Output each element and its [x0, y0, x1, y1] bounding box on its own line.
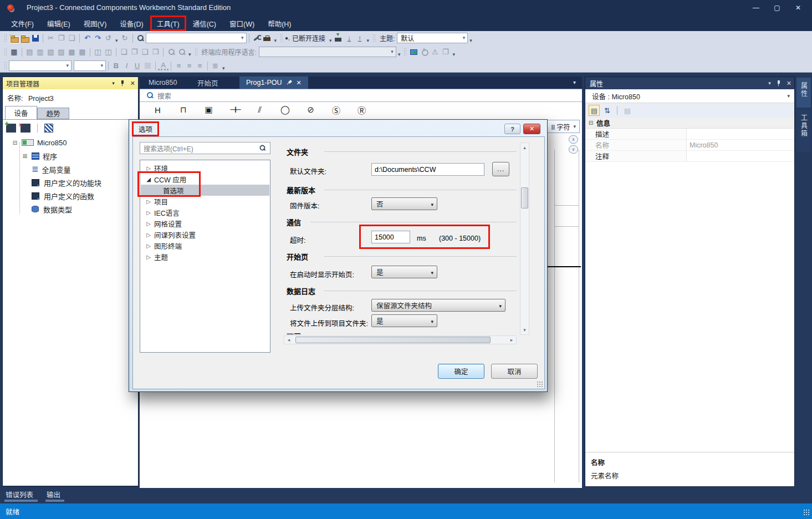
pin-icon[interactable] — [120, 80, 125, 86]
text-align-right-icon[interactable]: ≡ — [195, 60, 205, 71]
toolbar-overflow-icon[interactable]: ▾ — [452, 52, 455, 59]
toolbar-grip[interactable] — [4, 48, 7, 57]
close-button[interactable]: ✕ — [790, 2, 806, 13]
new-project-icon[interactable]: ✦ — [9, 33, 19, 43]
zoom-dropdown-icon[interactable]: ▾ — [573, 124, 576, 129]
undo-icon[interactable]: ↶ — [82, 33, 93, 43]
pin-icon[interactable] — [776, 80, 782, 86]
show-start-page-select[interactable]: 是▾ — [371, 266, 437, 278]
highlight-icon[interactable] — [142, 60, 153, 71]
tab-prog1-pou[interactable]: Prog1-POU ✕ — [239, 77, 308, 89]
dialog-horizontal-scrollbar[interactable]: ◂ ▸ — [284, 335, 517, 344]
terminal-language-select[interactable]: ▾ — [259, 47, 396, 57]
toolbar-overflow-icon[interactable]: ▾ — [222, 65, 225, 73]
tab-start-page[interactable]: 开始页 — [191, 77, 225, 89]
toolbar-grip[interactable] — [280, 34, 283, 43]
align-left-icon[interactable]: ▤ — [24, 47, 35, 57]
send-to-back-icon[interactable]: ❐ — [129, 47, 140, 57]
upload-to-project-select[interactable]: 是▾ — [371, 314, 437, 327]
browse-icon[interactable] — [135, 33, 146, 43]
maximize-button[interactable]: ▢ — [769, 2, 785, 13]
options-tree-ccw-application[interactable]: ◢CCW 应用 — [141, 174, 269, 185]
zoom-in-icon[interactable] — [166, 47, 176, 57]
resize-grip[interactable] — [803, 509, 810, 516]
download-icon[interactable]: ↓ — [344, 33, 354, 43]
toolbar-overflow-icon[interactable]: ▾ — [366, 38, 369, 45]
tab-error-list[interactable]: 错误列表 — [6, 489, 33, 500]
fault-warning-icon[interactable]: ⚠ — [430, 47, 440, 57]
upload-icon[interactable]: ↑ — [354, 33, 365, 43]
negated-coil-icon[interactable]: ⊘ — [306, 105, 315, 115]
project-organizer-header[interactable]: 项目管理器 ▾ ✕ — [3, 77, 138, 89]
property-row-comment[interactable]: 注释 — [585, 151, 794, 162]
power-icon[interactable] — [419, 47, 430, 57]
ok-button[interactable]: 确定 — [438, 364, 484, 379]
scrollbar-thumb[interactable] — [521, 187, 528, 208]
collapse-icon[interactable]: ⊟ — [588, 120, 594, 126]
options-tree-environment[interactable]: ▷环境 — [141, 162, 269, 174]
minimize-button[interactable]: — — [748, 2, 764, 13]
property-group-info[interactable]: ⊟ 信息 — [585, 118, 794, 129]
connection-status[interactable]: 已断开连接 — [292, 33, 325, 43]
scrollbar-thumb[interactable] — [295, 337, 491, 343]
toolbar-grip[interactable] — [4, 34, 7, 43]
navigate-back-icon[interactable]: ↺ — [103, 33, 114, 43]
browse-button[interactable]: ... — [492, 162, 509, 176]
text-align-center-icon[interactable]: ≡ — [184, 60, 195, 71]
text-align-left-icon[interactable]: ≡ — [173, 60, 184, 71]
pin-tab-icon[interactable] — [285, 78, 294, 87]
options-tree-graphic-terminal[interactable]: ▷图形终端 — [141, 240, 269, 251]
bring-forward-icon[interactable]: ❑ — [140, 47, 150, 57]
categorized-icon[interactable]: ▤ — [589, 105, 600, 116]
font-family-select[interactable]: ▾ — [9, 60, 72, 71]
menu-file[interactable]: 文件(F) — [4, 16, 40, 31]
property-pages-icon[interactable]: ▤ — [624, 106, 631, 115]
menu-window[interactable]: 窗口(W) — [223, 16, 261, 31]
download-to-device-icon[interactable] — [333, 33, 344, 43]
upload-hierarchy-select[interactable]: 保留源文件夹结构▾ — [371, 299, 505, 312]
tab-trend[interactable]: 趋势 — [37, 108, 69, 119]
options-tree-watch-list-settings[interactable]: ▷间谍列表设置 — [141, 229, 269, 240]
toolbar-grip[interactable] — [372, 34, 376, 43]
dialog-vertical-scrollbar[interactable]: ▴ ▾ — [520, 143, 529, 335]
menu-tools[interactable]: 工具(T) — [150, 16, 186, 31]
editor-search-bar[interactable]: 搜索 — [140, 89, 582, 102]
align-center-icon[interactable]: ▩ — [67, 47, 77, 57]
close-icon[interactable]: ✕ — [787, 80, 791, 87]
rung-icon[interactable]: H — [153, 105, 162, 115]
paste-icon[interactable]: ❑ — [67, 33, 77, 43]
font-color-icon[interactable]: A — [158, 62, 168, 70]
device-selector-dropdown-icon[interactable]: ▾ — [787, 93, 790, 99]
tree-item-datatypes[interactable]: 数据类型 — [3, 202, 138, 216]
close-tab-icon[interactable]: ✕ — [297, 79, 302, 86]
cut-icon[interactable]: ✂ — [45, 33, 56, 43]
collapse-icon[interactable]: ⊟ — [12, 140, 18, 146]
bold-icon[interactable]: B — [111, 60, 121, 71]
menu-edit[interactable]: 编辑(E) — [40, 16, 77, 31]
scroll-down-button[interactable]: ∨ — [569, 145, 578, 154]
align-bottom-icon[interactable]: ▨ — [56, 47, 67, 57]
distribute-vertical-icon[interactable]: ◫ — [103, 47, 114, 57]
save-icon[interactable] — [30, 33, 40, 43]
device-selector[interactable]: 设备 : Micro850 ▾ — [585, 89, 794, 103]
bullet-list-icon[interactable]: ≣ — [210, 60, 221, 71]
align-top-icon[interactable]: ▧ — [45, 47, 56, 57]
options-search-box[interactable]: 搜索选项(Ctrl+E) — [140, 142, 270, 154]
toolbox-icon[interactable] — [262, 33, 273, 43]
cancel-button[interactable]: 取消 — [491, 364, 538, 379]
tree-item-programs[interactable]: ⊞ 程序 — [3, 149, 138, 162]
options-tree-project[interactable]: ▷项目 — [141, 196, 269, 207]
dialog-help-button[interactable]: ? — [504, 124, 520, 134]
tree-item-udfb[interactable]: 用户定义的功能块 — [3, 176, 138, 189]
align-right-icon[interactable]: ▥ — [35, 47, 45, 57]
tree-item-global-vars[interactable]: ≣ 全局变量 — [3, 162, 138, 176]
options-tree-iec-languages[interactable]: ▷IEC语言 — [141, 207, 269, 218]
tab-list-dropdown-icon[interactable]: ▾ — [573, 79, 576, 85]
distribute-horizontal-icon[interactable]: ◫ — [93, 47, 103, 57]
copy-icon[interactable]: ❐ — [56, 33, 67, 43]
navigate-forward-icon[interactable]: ↻ — [120, 33, 130, 43]
sort-alphabetical-icon[interactable]: ⇅ — [604, 106, 610, 115]
add-device-icon[interactable]: ✚ — [6, 124, 16, 133]
grid-icon[interactable]: ▦ — [9, 47, 19, 57]
negated-contact-icon[interactable]: ⫽ — [255, 105, 264, 115]
